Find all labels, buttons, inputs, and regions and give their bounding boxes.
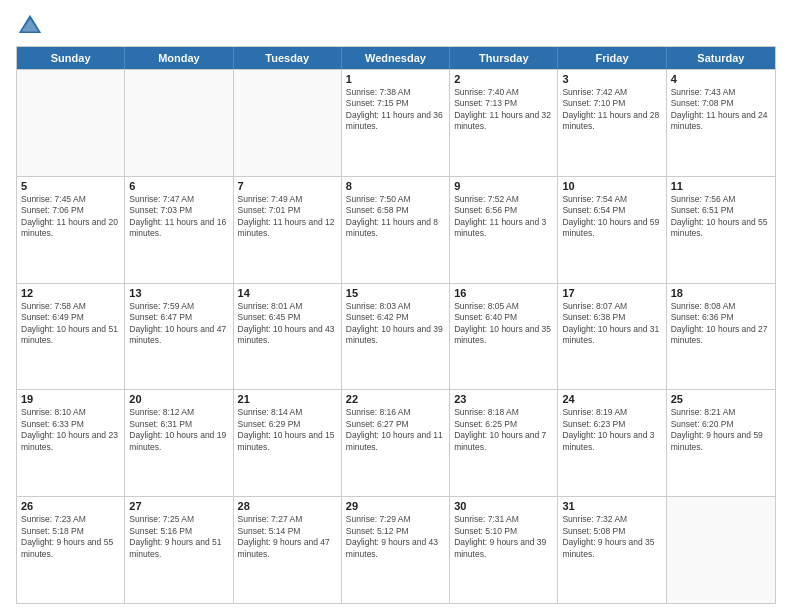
calendar-cell: 17Sunrise: 8:07 AM Sunset: 6:38 PM Dayli…	[558, 284, 666, 390]
day-info: Sunrise: 7:27 AM Sunset: 5:14 PM Dayligh…	[238, 514, 337, 560]
weekday-header: Friday	[558, 47, 666, 69]
day-number: 18	[671, 287, 771, 299]
logo	[16, 12, 46, 40]
day-number: 27	[129, 500, 228, 512]
calendar-row: 1Sunrise: 7:38 AM Sunset: 7:15 PM Daylig…	[17, 69, 775, 176]
day-number: 23	[454, 393, 553, 405]
day-number: 29	[346, 500, 445, 512]
day-number: 19	[21, 393, 120, 405]
day-number: 11	[671, 180, 771, 192]
day-number: 3	[562, 73, 661, 85]
day-number: 10	[562, 180, 661, 192]
day-info: Sunrise: 8:12 AM Sunset: 6:31 PM Dayligh…	[129, 407, 228, 453]
weekday-header: Saturday	[667, 47, 775, 69]
day-info: Sunrise: 7:38 AM Sunset: 7:15 PM Dayligh…	[346, 87, 445, 133]
day-info: Sunrise: 7:43 AM Sunset: 7:08 PM Dayligh…	[671, 87, 771, 133]
day-info: Sunrise: 7:25 AM Sunset: 5:16 PM Dayligh…	[129, 514, 228, 560]
day-info: Sunrise: 7:42 AM Sunset: 7:10 PM Dayligh…	[562, 87, 661, 133]
calendar-cell: 15Sunrise: 8:03 AM Sunset: 6:42 PM Dayli…	[342, 284, 450, 390]
calendar-cell: 6Sunrise: 7:47 AM Sunset: 7:03 PM Daylig…	[125, 177, 233, 283]
day-info: Sunrise: 8:14 AM Sunset: 6:29 PM Dayligh…	[238, 407, 337, 453]
calendar-cell: 11Sunrise: 7:56 AM Sunset: 6:51 PM Dayli…	[667, 177, 775, 283]
page: SundayMondayTuesdayWednesdayThursdayFrid…	[0, 0, 792, 612]
day-number: 8	[346, 180, 445, 192]
day-info: Sunrise: 8:01 AM Sunset: 6:45 PM Dayligh…	[238, 301, 337, 347]
calendar-cell: 30Sunrise: 7:31 AM Sunset: 5:10 PM Dayli…	[450, 497, 558, 603]
day-info: Sunrise: 7:49 AM Sunset: 7:01 PM Dayligh…	[238, 194, 337, 240]
day-info: Sunrise: 7:32 AM Sunset: 5:08 PM Dayligh…	[562, 514, 661, 560]
day-number: 26	[21, 500, 120, 512]
calendar-cell: 9Sunrise: 7:52 AM Sunset: 6:56 PM Daylig…	[450, 177, 558, 283]
day-info: Sunrise: 7:31 AM Sunset: 5:10 PM Dayligh…	[454, 514, 553, 560]
day-info: Sunrise: 7:29 AM Sunset: 5:12 PM Dayligh…	[346, 514, 445, 560]
weekday-header: Monday	[125, 47, 233, 69]
day-number: 30	[454, 500, 553, 512]
calendar: SundayMondayTuesdayWednesdayThursdayFrid…	[16, 46, 776, 604]
calendar-cell: 28Sunrise: 7:27 AM Sunset: 5:14 PM Dayli…	[234, 497, 342, 603]
calendar-cell	[17, 70, 125, 176]
logo-icon	[16, 12, 44, 40]
calendar-cell: 27Sunrise: 7:25 AM Sunset: 5:16 PM Dayli…	[125, 497, 233, 603]
calendar-cell: 16Sunrise: 8:05 AM Sunset: 6:40 PM Dayli…	[450, 284, 558, 390]
day-number: 28	[238, 500, 337, 512]
day-number: 22	[346, 393, 445, 405]
header	[16, 12, 776, 40]
day-info: Sunrise: 7:50 AM Sunset: 6:58 PM Dayligh…	[346, 194, 445, 240]
calendar-cell: 23Sunrise: 8:18 AM Sunset: 6:25 PM Dayli…	[450, 390, 558, 496]
day-info: Sunrise: 8:21 AM Sunset: 6:20 PM Dayligh…	[671, 407, 771, 453]
calendar-cell: 5Sunrise: 7:45 AM Sunset: 7:06 PM Daylig…	[17, 177, 125, 283]
calendar-cell: 19Sunrise: 8:10 AM Sunset: 6:33 PM Dayli…	[17, 390, 125, 496]
day-info: Sunrise: 7:59 AM Sunset: 6:47 PM Dayligh…	[129, 301, 228, 347]
calendar-cell: 24Sunrise: 8:19 AM Sunset: 6:23 PM Dayli…	[558, 390, 666, 496]
day-number: 1	[346, 73, 445, 85]
day-info: Sunrise: 8:10 AM Sunset: 6:33 PM Dayligh…	[21, 407, 120, 453]
day-number: 13	[129, 287, 228, 299]
calendar-body: 1Sunrise: 7:38 AM Sunset: 7:15 PM Daylig…	[17, 69, 775, 603]
day-number: 21	[238, 393, 337, 405]
calendar-cell: 3Sunrise: 7:42 AM Sunset: 7:10 PM Daylig…	[558, 70, 666, 176]
day-number: 12	[21, 287, 120, 299]
calendar-cell: 14Sunrise: 8:01 AM Sunset: 6:45 PM Dayli…	[234, 284, 342, 390]
day-number: 14	[238, 287, 337, 299]
calendar-row: 5Sunrise: 7:45 AM Sunset: 7:06 PM Daylig…	[17, 176, 775, 283]
calendar-cell: 7Sunrise: 7:49 AM Sunset: 7:01 PM Daylig…	[234, 177, 342, 283]
day-info: Sunrise: 8:03 AM Sunset: 6:42 PM Dayligh…	[346, 301, 445, 347]
day-info: Sunrise: 7:58 AM Sunset: 6:49 PM Dayligh…	[21, 301, 120, 347]
day-number: 31	[562, 500, 661, 512]
day-number: 15	[346, 287, 445, 299]
day-number: 6	[129, 180, 228, 192]
day-info: Sunrise: 7:40 AM Sunset: 7:13 PM Dayligh…	[454, 87, 553, 133]
calendar-cell: 10Sunrise: 7:54 AM Sunset: 6:54 PM Dayli…	[558, 177, 666, 283]
day-info: Sunrise: 8:08 AM Sunset: 6:36 PM Dayligh…	[671, 301, 771, 347]
calendar-row: 12Sunrise: 7:58 AM Sunset: 6:49 PM Dayli…	[17, 283, 775, 390]
calendar-cell: 4Sunrise: 7:43 AM Sunset: 7:08 PM Daylig…	[667, 70, 775, 176]
calendar-cell: 22Sunrise: 8:16 AM Sunset: 6:27 PM Dayli…	[342, 390, 450, 496]
calendar-cell: 29Sunrise: 7:29 AM Sunset: 5:12 PM Dayli…	[342, 497, 450, 603]
calendar-row: 26Sunrise: 7:23 AM Sunset: 5:18 PM Dayli…	[17, 496, 775, 603]
day-number: 4	[671, 73, 771, 85]
day-info: Sunrise: 8:18 AM Sunset: 6:25 PM Dayligh…	[454, 407, 553, 453]
weekday-header: Thursday	[450, 47, 558, 69]
day-info: Sunrise: 7:56 AM Sunset: 6:51 PM Dayligh…	[671, 194, 771, 240]
calendar-cell	[125, 70, 233, 176]
day-info: Sunrise: 8:05 AM Sunset: 6:40 PM Dayligh…	[454, 301, 553, 347]
weekday-header: Tuesday	[234, 47, 342, 69]
calendar-cell: 21Sunrise: 8:14 AM Sunset: 6:29 PM Dayli…	[234, 390, 342, 496]
weekday-header: Wednesday	[342, 47, 450, 69]
calendar-cell: 1Sunrise: 7:38 AM Sunset: 7:15 PM Daylig…	[342, 70, 450, 176]
day-info: Sunrise: 8:07 AM Sunset: 6:38 PM Dayligh…	[562, 301, 661, 347]
day-number: 2	[454, 73, 553, 85]
day-info: Sunrise: 7:54 AM Sunset: 6:54 PM Dayligh…	[562, 194, 661, 240]
day-number: 16	[454, 287, 553, 299]
day-number: 24	[562, 393, 661, 405]
calendar-cell: 18Sunrise: 8:08 AM Sunset: 6:36 PM Dayli…	[667, 284, 775, 390]
calendar-header: SundayMondayTuesdayWednesdayThursdayFrid…	[17, 47, 775, 69]
day-info: Sunrise: 7:52 AM Sunset: 6:56 PM Dayligh…	[454, 194, 553, 240]
day-info: Sunrise: 7:47 AM Sunset: 7:03 PM Dayligh…	[129, 194, 228, 240]
weekday-header: Sunday	[17, 47, 125, 69]
calendar-cell	[234, 70, 342, 176]
day-number: 20	[129, 393, 228, 405]
day-number: 5	[21, 180, 120, 192]
calendar-cell	[667, 497, 775, 603]
calendar-cell: 12Sunrise: 7:58 AM Sunset: 6:49 PM Dayli…	[17, 284, 125, 390]
